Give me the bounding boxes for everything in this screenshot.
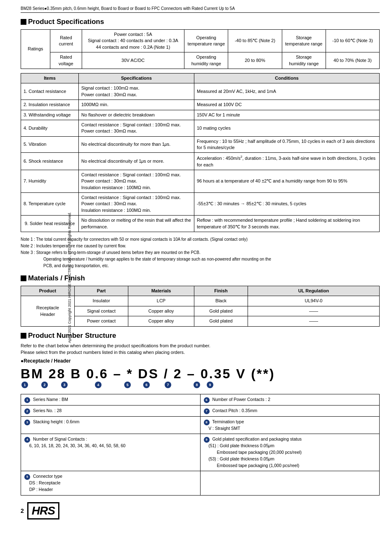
storage-temp-value: -10 to 60℃ (Note 3) — [326, 30, 379, 52]
materials-table: Product Part Materials Finish UL Regulat… — [21, 286, 380, 327]
spec-2: 1000MΩ min. — [79, 100, 194, 110]
spec-1: Signal contact : 100mΩ max.Power contact… — [79, 83, 194, 100]
pn-desc-5-right — [200, 471, 380, 496]
item-7: 7. Humidity — [21, 170, 79, 192]
circle-8: 8 — [194, 382, 200, 388]
col-ul: UL Regulation — [248, 286, 380, 296]
product-number-section: Product Number Structure Refer to the ch… — [21, 332, 380, 496]
circle-2: 2 — [41, 382, 48, 388]
pn-desc-5-left: 5 Connector type DS : Receptacle DP : He… — [21, 471, 201, 496]
spec-row-2: 2. Insulation resistance 1000MΩ min. Mea… — [21, 100, 380, 110]
mat-row-3: Power contact Copper alloy Gold plated —… — [21, 316, 380, 326]
circle-4: 4 — [95, 382, 102, 388]
product-specs-section: Product Specifications Ratings Rated cur… — [21, 18, 380, 269]
mat-insulator-mat: LCP — [128, 296, 194, 306]
spec-row-4: 4. Durability Contact resistance : Signa… — [21, 120, 380, 136]
cond-8: -55±3℃ : 30 minutes → 85±2℃ : 30 minutes… — [194, 193, 380, 216]
spec-row-1: 1. Contact resistance Signal contact : 1… — [21, 83, 380, 100]
spec-7: Contact resistance : Signal contact : 10… — [79, 170, 194, 192]
note-3a: Note 3 : Storage refers to long-term-sto… — [21, 249, 380, 256]
materials-section: Materials / Finish Product Part Material… — [21, 274, 380, 327]
op-temp-value: -40 to 85℃ (Note 2) — [228, 30, 282, 52]
pn-desc-4-left: 4 Number of Signal Contacts : 6, 10, 16,… — [21, 434, 201, 471]
pn-desc-4-right: 9 Gold plated specification and packagin… — [200, 434, 380, 471]
mat-insulator-finish: Black — [194, 296, 248, 306]
mat-power-ul: —— — [248, 316, 380, 326]
desc-circle-2: 2 — [24, 408, 30, 414]
spec-5: No electrical discontinuity for more tha… — [79, 136, 194, 153]
mat-row-1: ReceptacleHeader Insulator LCP Black UL9… — [21, 296, 380, 306]
cond-3: 150V AC for 1 minute — [194, 110, 380, 120]
op-temp-label: Operatingtemperature range — [184, 30, 228, 52]
desc-circle-5: 5 — [24, 474, 30, 480]
cond-1: Measured at 20mV AC, 1kHz, and 1mA — [194, 83, 380, 100]
col-conditions: Conditions — [194, 73, 380, 83]
pn-circle-row: 1 2 3 4 5 6 7 8 9 — [21, 382, 380, 388]
circle-1: 1 — [21, 382, 28, 388]
item-2: 2. Insulation resistance — [21, 100, 79, 110]
storage-hum-value: 40 to 70% (Note 3) — [326, 52, 379, 69]
storage-hum-label: Storagehumidity range — [282, 52, 326, 69]
sidebar-copyright: Apr.1.2021 Copyright 2021 HIROSE ELECTRI… — [67, 212, 71, 343]
item-6: 6. Shock resistance — [21, 153, 79, 170]
op-hum-label: Operatinghumidity range — [184, 52, 228, 69]
desc-circle-7: 7 — [204, 408, 210, 414]
pn-desc-1-right: 6 Number of Power Contacts : 2 — [200, 394, 380, 405]
cond-6: Acceleration : 450m/s2, duration : 11ms,… — [194, 153, 380, 170]
col-part: Part — [75, 286, 128, 296]
mat-product: ReceptacleHeader — [21, 296, 75, 326]
cond-9: Reflow : with recommended temperature pr… — [194, 216, 380, 232]
pn-desc-row-3: 3 Stacking height : 0.6mm 8 Termination … — [21, 416, 380, 434]
circle-7: 7 — [165, 382, 171, 388]
pn-desc-row-5: 5 Connector type DS : Receptacle DP : He… — [21, 471, 380, 496]
product-specs-title: Product Specifications — [21, 18, 380, 26]
cond-5: Frequency : 10 to 55Hz ; half amplitude … — [194, 136, 380, 153]
note-1: Note 1 : The total current capacity for … — [21, 236, 380, 243]
header-title: BM28 Series●0.35mm pitch, 0.6mm height, … — [21, 6, 235, 11]
col-items: Items — [21, 73, 79, 83]
rated-current-label: Rated current — [50, 30, 82, 52]
spec-row-9: 9. Solder heat resistance No dissolution… — [21, 216, 380, 232]
mat-signal-mat: Copper alloy — [128, 306, 194, 316]
pn-formula: BM 28 B 0.6 – * DS / 2 – 0.35 V (**) — [21, 366, 380, 382]
spec-row-8: 8. Temperature cycle Contact resistance … — [21, 193, 380, 216]
pn-desc-1-left: 1 Series Name : BM — [21, 394, 201, 405]
pn-desc-table: 1 Series Name : BM 6 Number of Power Con… — [21, 394, 380, 496]
pn-intro1: Refer to the chart below when determinin… — [21, 343, 380, 348]
spec-3: No flashover or dielectric breakdown — [79, 110, 194, 120]
circle-3: 3 — [61, 382, 68, 388]
desc-circle-8: 8 — [204, 420, 210, 425]
spec-8: Contact resistance : Signal contact : 10… — [79, 193, 194, 216]
col-materials: Materials — [128, 286, 194, 296]
item-4: 4. Durability — [21, 120, 79, 136]
desc-circle-3: 3 — [24, 420, 30, 425]
rated-current-value: Power contact : 5A Signal contact : 40 c… — [82, 30, 184, 52]
materials-title: Materials / Finish — [21, 274, 380, 282]
mat-row-2: Signal contact Copper alloy Gold plated … — [21, 306, 380, 316]
col-finish: Finish — [194, 286, 248, 296]
pn-desc-2-right: 7 Contact Pitch : 0.35mm — [200, 405, 380, 416]
pn-intro2: Please select from the product numbers l… — [21, 350, 380, 355]
item-5: 5. Vibration — [21, 136, 79, 153]
mat-power-finish: Gold plated — [194, 316, 248, 326]
page-header: BM28 Series●0.35mm pitch, 0.6mm height, … — [21, 6, 380, 13]
cond-2: Measured at 100V DC — [194, 100, 380, 110]
ratings-table: Ratings Rated current Power contact : 5A… — [21, 29, 380, 69]
spec-4: Contact resistance : Signal contact : 10… — [79, 120, 194, 136]
pn-desc-2-left: 2 Series No. : 28 — [21, 405, 201, 416]
spec-9: No dissolution or melting of the resin t… — [79, 216, 194, 232]
cond-7: 96 hours at a temperature of 40 ±2℃ and … — [194, 170, 380, 192]
cond-4: 10 mating cycles — [194, 120, 380, 136]
pn-desc-row-1: 1 Series Name : BM 6 Number of Power Con… — [21, 394, 380, 405]
rated-voltage-value: 30V AC/DC — [82, 52, 184, 69]
circle-9: 9 — [207, 382, 213, 388]
pn-subsection: ●Receptacle / Header — [21, 358, 380, 364]
mat-power-part: Power contact — [75, 316, 128, 326]
specs-notes: Note 1 : The total current capacity for … — [21, 236, 380, 269]
desc-circle-1: 1 — [24, 397, 30, 403]
circle-5: 5 — [124, 382, 131, 388]
col-product: Product — [21, 286, 75, 296]
note-3c: PCB, and during transportation, etc. — [21, 263, 380, 269]
op-hum-value: 20 to 80% — [228, 52, 282, 69]
spec-6: No electrical discontinuity of 1μs or mo… — [79, 153, 194, 170]
